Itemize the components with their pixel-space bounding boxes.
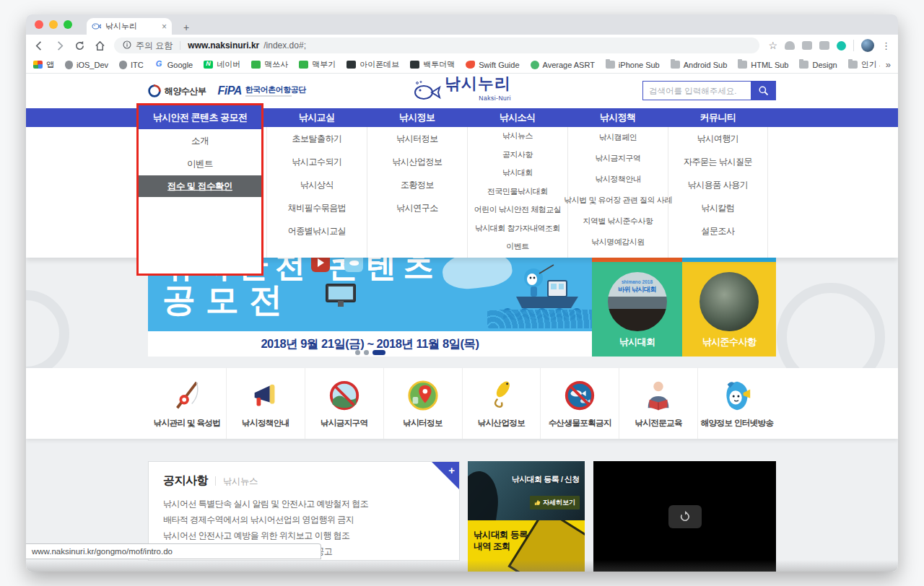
menu-item[interactable]: 설문조사 [668, 219, 767, 242]
menu-item[interactable]: 낚시대회 참가자내역조회 [468, 219, 567, 238]
menu-item[interactable]: 낚시대회 [468, 164, 567, 183]
menu-item[interactable]: 낚시용품 사용기 [668, 173, 767, 196]
menu-item[interactable]: 낚시정책안내 [568, 169, 668, 190]
bookmark-item[interactable]: ITC [119, 61, 144, 69]
info-icon[interactable] [123, 40, 131, 51]
url-bar[interactable]: 주의 요함 www.naksinuri.kr/index.do#; [114, 38, 759, 53]
menu-item[interactable]: 조황정보 [367, 173, 467, 196]
bookmarks-overflow-icon[interactable]: » [880, 59, 891, 70]
card-fishing-contest[interactable]: shimano 2018 바위 낚시대회 낚시대회 [592, 258, 682, 357]
nav-item-class[interactable]: 낚시교실 [266, 108, 367, 127]
menu-item[interactable]: 채비필수묶음법 [267, 196, 367, 219]
quick-link-fishing-spot-info[interactable]: 낚시터정보 [383, 368, 462, 439]
back-icon[interactable] [33, 40, 45, 51]
menu-item[interactable]: 낚시연구소 [367, 196, 467, 219]
home-icon[interactable] [94, 40, 105, 51]
tab-close-icon[interactable]: × [162, 22, 167, 32]
notice-more-button[interactable]: + [448, 464, 455, 476]
menu-kebab-icon[interactable]: ⋮ [881, 40, 891, 51]
browser-tab[interactable]: 낚시누리 × [87, 18, 172, 35]
quick-link-no-fishing-zone[interactable]: 낚시금지구역 [305, 368, 383, 439]
bookmark-item[interactable]: 앱 [33, 59, 54, 70]
bookmark-item[interactable]: Average ASRT [531, 61, 595, 69]
nav-item-community[interactable]: 커뮤니티 [668, 108, 768, 127]
bookmark-item[interactable]: Design [799, 61, 837, 69]
bookmark-item[interactable]: Google [154, 61, 193, 69]
window-minimize-button[interactable] [49, 20, 58, 29]
window-zoom-button[interactable] [64, 20, 72, 29]
search-button[interactable] [751, 81, 776, 100]
bookmark-star-icon[interactable]: ☆ [768, 40, 777, 51]
nav-item-info[interactable]: 낚시정보 [367, 108, 467, 127]
search-input[interactable] [642, 81, 751, 100]
bookmark-label: iPhone Sub [619, 61, 660, 69]
menu-item[interactable]: 초보탈출하기 [267, 127, 367, 150]
mof-logo[interactable]: 해양수산부 [148, 84, 206, 97]
bookmark-item[interactable]: iOS_Dev [65, 61, 108, 69]
promo-detail-button[interactable]: 자세히보기 [530, 496, 580, 510]
fipa-logo[interactable]: FiPA 한국어촌어항공단 [218, 84, 306, 97]
notice-item[interactable]: 배타적 경제수역에서의 낚시어선업의 영업행위 금지 [163, 512, 445, 528]
new-tab-button[interactable]: + [179, 22, 193, 33]
extension-teal-icon[interactable] [837, 41, 846, 51]
quick-link-industry-info[interactable]: 낚시산업정보 [462, 368, 541, 439]
bookmark-item[interactable]: Android Sub [671, 61, 728, 69]
quick-link-marine-broadcast[interactable]: 해양정보 인터넷방송 [697, 368, 776, 439]
quick-link-policy-guide[interactable]: 낚시정책안내 [226, 368, 305, 439]
contest-registration-banner[interactable]: 낚시대회 등록 / 신청 자세히보기 낚시대회 등록 내역 조회 [468, 461, 585, 572]
menu-item[interactable]: 이벤트 [468, 237, 567, 256]
carousel-dot[interactable] [364, 350, 369, 355]
bookmark-item[interactable]: 맥쓰사 [251, 59, 288, 70]
menu-item[interactable]: 낚시법 및 유어장 관련 질의 사례 [568, 190, 668, 211]
menu-item[interactable]: 낚시뉴스 [468, 127, 567, 146]
menu-item[interactable]: 어종별낚시교실 [267, 219, 367, 242]
menu-item[interactable]: 낚시여행기 [668, 127, 767, 150]
quick-link-no-catch[interactable]: 수산생물포획금지 [540, 368, 619, 439]
menu-item[interactable]: 낚시상식 [267, 173, 367, 196]
tab-notice[interactable]: 공지사항 [163, 473, 208, 489]
nav-item-policy[interactable]: 낚시정책 [567, 108, 668, 127]
menu-item[interactable]: 공지사항 [468, 146, 567, 165]
window-close-button[interactable] [35, 20, 43, 29]
video-reload-button[interactable] [668, 505, 702, 528]
menu-item[interactable]: 자주묻는 낚시질문 [668, 150, 767, 173]
tab-fishing-news[interactable]: 낚시뉴스 [223, 476, 258, 488]
bookmark-item[interactable]: Swift Guide [466, 61, 519, 69]
menu-item-event[interactable]: 이벤트 [139, 152, 261, 175]
notice-item[interactable]: 낚시어선 안전사고 예방을 위한 위치보고 이행 협조 [163, 528, 445, 543]
menu-item[interactable]: 지역별 낚시준수사항 [568, 211, 668, 232]
site-logo[interactable]: 낚시누리 Naksi-Nuri [413, 76, 511, 105]
bookmark-item[interactable]: 인기 사이트 [848, 59, 880, 70]
carousel-dot[interactable] [355, 350, 360, 355]
menu-item[interactable]: 전국민물낚시대회 [468, 183, 567, 201]
menu-item[interactable]: 낚시금지구역 [568, 148, 668, 169]
nav-item-news[interactable]: 낚시소식 [467, 108, 567, 127]
bookmark-item[interactable]: iPhone Sub [606, 61, 660, 69]
menu-item[interactable]: 낚시고수되기 [267, 150, 367, 173]
menu-item[interactable]: 낚시명예감시원 [568, 232, 668, 253]
carousel-dot-active[interactable] [372, 350, 385, 355]
bookmark-item[interactable]: HTML Sub [738, 61, 788, 69]
menu-item[interactable]: 낚시터정보 [367, 127, 467, 150]
nav-item-contest[interactable]: 낚시안전 콘텐츠 공모전 [139, 105, 261, 129]
menu-item-intro[interactable]: 소개 [139, 129, 261, 152]
forward-icon[interactable] [53, 40, 65, 51]
extension-card-icon[interactable] [802, 41, 812, 50]
reload-icon[interactable] [74, 40, 85, 51]
profile-avatar[interactable] [861, 39, 874, 52]
bookmark-item[interactable]: 네이버 [204, 59, 240, 70]
quick-link-education[interactable]: 낚시전문교육 [619, 368, 697, 439]
extension-cloud-icon[interactable] [785, 41, 795, 50]
menu-item-apply[interactable]: 접수 및 접수확인 [139, 175, 261, 197]
notice-item[interactable]: 낚시어선 특별단속 실시 알림 및 안전사고 예방철저 협조 [163, 496, 445, 512]
extension-box-icon[interactable] [819, 41, 829, 50]
bookmark-item[interactable]: 백투더맥 [410, 59, 455, 70]
menu-item[interactable]: 낚시산업정보 [367, 150, 467, 173]
card-fishing-rules[interactable]: 낚시준수사항 [682, 258, 776, 357]
menu-item[interactable]: 낚시캠페인 [568, 127, 668, 148]
bookmark-item[interactable]: 맥부기 [299, 59, 336, 70]
menu-item[interactable]: 어린이 낚시안전 체험교실 [468, 201, 567, 219]
quick-link-fishing-law[interactable]: 낚시관리 및 육성법 [148, 368, 226, 439]
bookmark-item[interactable]: 아이폰데브 [346, 59, 399, 70]
menu-item[interactable]: 낚시칼럼 [668, 196, 767, 219]
